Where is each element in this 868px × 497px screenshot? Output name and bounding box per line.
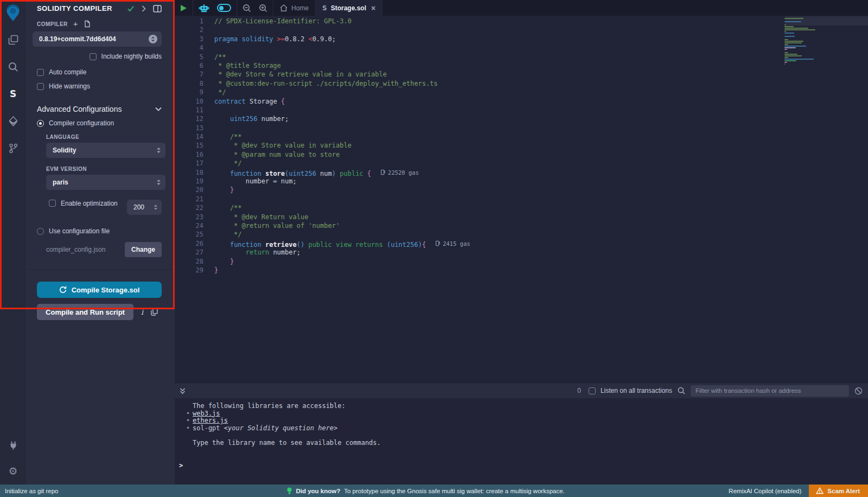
updown-icon <box>156 146 161 154</box>
code-line: 27 return number; <box>175 248 781 257</box>
code-lines: 1// SPDX-License-Identifier: GPL-3.023pr… <box>175 17 781 275</box>
listen-all-transactions-checkbox[interactable]: Listen on all transactions <box>589 387 672 394</box>
minimap[interactable] <box>784 18 831 65</box>
code-line: 4 <box>175 43 781 52</box>
settings-icon[interactable]: ⚙ <box>0 464 26 478</box>
code-line: 18 function store(uint256 num) public {2… <box>175 168 781 177</box>
zoom-in-icon[interactable] <box>259 4 267 12</box>
terminal-library-item: sol-gpt <your Solidity question here> <box>186 425 868 432</box>
terminal-output[interactable]: The following libraries are accessible: … <box>175 398 868 485</box>
pin-panel-icon[interactable] <box>153 5 162 12</box>
code-line: 19 number = num; <box>175 177 781 186</box>
code-line: 9 */ <box>175 88 781 97</box>
run-script-play-icon[interactable] <box>180 4 187 12</box>
checkbox[interactable] <box>90 53 97 60</box>
updown-icon <box>156 179 161 186</box>
checkbox[interactable] <box>37 83 44 90</box>
code-line: 7 * @dev Store & retrieve value in a var… <box>175 70 781 79</box>
plugin-manager-icon[interactable] <box>0 438 26 452</box>
code-line: 17 */ <box>175 159 781 168</box>
radio[interactable] <box>37 228 44 235</box>
radio[interactable] <box>37 120 44 127</box>
code-line: 24 * @return value of 'number' <box>175 221 781 230</box>
copilot-toggle[interactable] <box>217 4 231 12</box>
code-line: 10contract Storage { <box>175 97 781 106</box>
compile-button[interactable]: Compile Storage.sol <box>37 282 162 298</box>
file-explorer-icon[interactable] <box>0 33 26 47</box>
evm-version-label: EVM VERSION <box>46 166 162 172</box>
code-line: 14 /** <box>175 132 781 141</box>
ai-copilot-robot-icon[interactable] <box>199 4 209 12</box>
info-icon[interactable]: i <box>141 308 143 316</box>
include-nightly-checkbox[interactable]: Include nightly builds <box>37 53 162 60</box>
optimization-runs-input[interactable]: 200 <box>127 200 162 215</box>
copilot-status[interactable]: RemixAI Copilot (enabled) <box>729 488 801 494</box>
copy-icon[interactable] <box>151 308 158 316</box>
enable-optimization-checkbox[interactable]: Enable optimization <box>49 200 118 208</box>
language-select[interactable]: Solidity <box>46 143 165 158</box>
compiler-configuration-radio[interactable]: Compiler configuration <box>37 119 162 127</box>
deploy-run-icon[interactable] <box>0 114 26 128</box>
change-config-button[interactable]: Change <box>125 242 162 257</box>
panel-divider <box>26 269 175 270</box>
search-icon[interactable] <box>0 60 26 74</box>
terminal-panel: 0 Listen on all transactions The followi… <box>175 383 868 485</box>
warning-icon <box>816 487 824 494</box>
evm-version-select[interactable]: paris <box>46 175 165 190</box>
scam-alert-badge[interactable]: Scam Alert <box>809 485 868 497</box>
terminal-library-item[interactable]: ethers.js <box>186 417 868 425</box>
tab-home[interactable]: Home <box>273 0 316 16</box>
language-label: LANGUAGE <box>46 134 162 140</box>
activity-bar: S ⚙ <box>0 0 26 485</box>
checkbox[interactable] <box>49 200 56 207</box>
close-tab-icon[interactable]: × <box>371 4 375 12</box>
advanced-configurations-toggle[interactable]: Advanced Configurations <box>37 105 162 113</box>
tab-storage-sol[interactable]: S Storage.sol × <box>316 0 382 16</box>
code-line: 20 } <box>175 186 781 194</box>
clear-terminal-icon[interactable] <box>854 387 863 395</box>
open-file-icon[interactable] <box>84 20 91 28</box>
gas-estimate: 2415 gas <box>436 239 470 248</box>
code-line: 6 * @title Storage <box>175 61 781 70</box>
code-line: 16 * @param num value to store <box>175 150 781 159</box>
remix-logo-icon[interactable] <box>3 2 23 23</box>
checkbox[interactable] <box>37 69 44 76</box>
code-line: 21 <box>175 195 781 203</box>
terminal-library-item[interactable]: web3.js <box>186 410 868 418</box>
code-line: 11 <box>175 106 781 114</box>
terminal-hint: Type the library name to see available c… <box>193 439 868 447</box>
code-editor[interactable]: 1// SPDX-License-Identifier: GPL-3.023pr… <box>175 16 868 383</box>
git-init-status[interactable]: Initialize as git repo <box>5 488 58 494</box>
spinner-icon[interactable] <box>154 204 158 211</box>
solidity-compiler-icon[interactable]: S <box>0 87 26 101</box>
terminal-library-list: web3.jsethers.jssol-gpt <your Solidity q… <box>186 410 868 432</box>
solidity-compiler-panel: SOLIDITY COMPILER COMPILER + 0.8.19+comm… <box>26 0 175 485</box>
code-line: 8 * @custom:dev-run-script ./scripts/dep… <box>175 79 781 88</box>
collapse-terminal-icon[interactable] <box>179 387 186 394</box>
zoom-out-icon[interactable] <box>242 4 251 12</box>
checkbox[interactable] <box>589 387 596 394</box>
terminal-prompt[interactable]: > <box>179 462 183 469</box>
updown-circle-icon <box>149 35 157 43</box>
hide-warnings-checkbox[interactable]: Hide warnings <box>37 82 162 90</box>
refresh-icon <box>59 286 67 294</box>
auto-compile-checkbox[interactable]: Auto compile <box>37 68 162 76</box>
remix-ide-window: S ⚙ SOLIDITY COMPILER <box>0 0 868 497</box>
status-bar: Initialize as git repo Did you know? To … <box>0 485 868 497</box>
code-line: 23 * @dev Return value <box>175 213 781 221</box>
transaction-filter-input[interactable] <box>691 385 849 397</box>
add-compiler-icon[interactable]: + <box>73 21 78 27</box>
code-line: 15 * @dev Store value in variable <box>175 141 781 150</box>
compile-and-run-button[interactable]: Compile and Run script <box>37 304 133 320</box>
gas-estimate: 22520 gas <box>381 168 419 177</box>
git-icon[interactable] <box>0 141 26 155</box>
use-configuration-file-radio[interactable]: Use configuration file <box>37 227 162 235</box>
compiler-version-select[interactable]: 0.8.19+commit.7dd6d404 <box>33 31 162 47</box>
tab-bar: Home S Storage.sol × <box>175 0 868 16</box>
code-line: 12 uint256 number; <box>175 114 781 123</box>
terminal-search-icon[interactable] <box>678 387 685 394</box>
code-line: 13 <box>175 124 781 132</box>
code-line: 26 function retrieve() public view retur… <box>175 239 781 248</box>
chevron-right-icon[interactable] <box>142 5 146 12</box>
transaction-count: 0 <box>577 387 581 394</box>
